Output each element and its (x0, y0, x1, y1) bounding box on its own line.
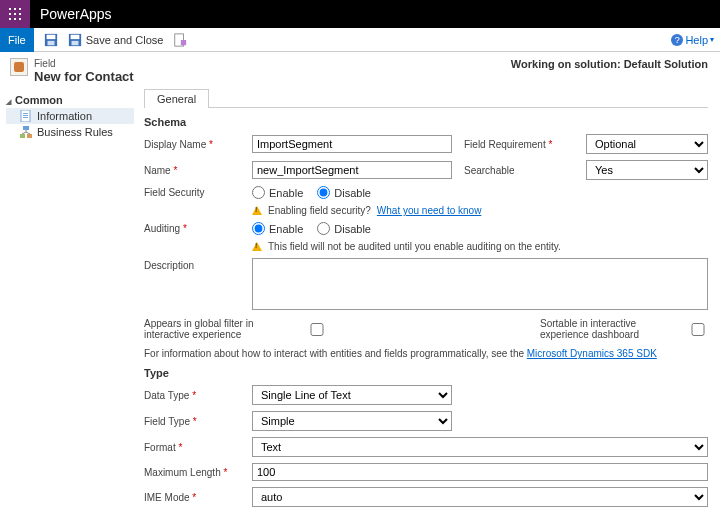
auditing-enable[interactable]: Enable (252, 222, 303, 235)
label-display-name: Display Name (144, 139, 240, 150)
sidebar: Common Information Business Rules (0, 88, 140, 510)
auditing-disable[interactable]: Disable (317, 222, 371, 235)
ime-mode-select[interactable]: auto (252, 487, 708, 507)
svg-rect-13 (70, 34, 79, 38)
svg-line-26 (26, 132, 30, 134)
field-security-enable[interactable]: Enable (252, 186, 303, 199)
sidebar-item-information[interactable]: Information (6, 108, 134, 124)
svg-rect-2 (19, 8, 21, 10)
solution-label: Working on solution: Default Solution (511, 58, 708, 70)
sidebar-item-business-rules[interactable]: Business Rules (6, 124, 134, 140)
file-tab[interactable]: File (0, 28, 34, 52)
label-name: Name (144, 165, 240, 176)
data-type-select[interactable]: Single Line of Text (252, 385, 452, 405)
label-field-requirement: Field Requirement (464, 139, 574, 150)
rules-icon (20, 126, 32, 138)
field-security-link[interactable]: What you need to know (377, 205, 482, 216)
save-and-close-button[interactable]: Save and Close (68, 33, 164, 47)
label-max-length: Maximum Length (144, 467, 240, 478)
label-ime-mode: IME Mode (144, 492, 240, 503)
label-field-security: Field Security (144, 187, 240, 198)
document-icon (20, 110, 32, 122)
sidebar-group-common[interactable]: Common (6, 92, 134, 108)
warning-icon (252, 242, 262, 251)
searchable-select[interactable]: Yes (586, 160, 708, 180)
waffle-icon (9, 8, 21, 20)
svg-rect-18 (23, 113, 28, 114)
svg-rect-23 (27, 134, 32, 138)
auditing-warning: This field will not be audited until you… (268, 241, 561, 252)
label-auditing: Auditing (144, 223, 240, 234)
svg-rect-14 (71, 40, 78, 44)
save-button[interactable] (44, 33, 58, 47)
page-icon (173, 33, 187, 47)
sortable-dashboard-checkbox[interactable] (688, 323, 708, 336)
max-length-input[interactable] (252, 463, 708, 481)
sdk-info: For information about how to interact wi… (144, 348, 708, 359)
entity-icon (10, 58, 28, 76)
label-description: Description (144, 258, 240, 271)
field-requirement-select[interactable]: Optional (586, 134, 708, 154)
svg-rect-0 (9, 8, 11, 10)
warning-icon (252, 206, 262, 215)
main-panel: General Schema Display Name Field Requir… (140, 88, 720, 510)
svg-rect-1 (14, 8, 16, 10)
help-icon: ? (671, 34, 683, 46)
svg-line-25 (22, 132, 26, 134)
svg-rect-20 (23, 117, 28, 118)
name-input[interactable] (252, 161, 452, 179)
field-type-select[interactable]: Simple (252, 411, 452, 431)
field-security-warning: Enabling field security? (268, 205, 371, 216)
top-bar: PowerApps (0, 0, 720, 28)
help-label: Help (685, 34, 708, 46)
svg-rect-6 (9, 18, 11, 20)
sdk-link[interactable]: Microsoft Dynamics 365 SDK (527, 348, 657, 359)
entity-type-label: Field (34, 58, 134, 69)
page-header: Field New for Contact Working on solutio… (0, 52, 720, 88)
label-appears-filter: Appears in global filter in interactive … (144, 318, 299, 340)
svg-rect-3 (9, 13, 11, 15)
tab-general[interactable]: General (144, 89, 209, 108)
section-schema: Schema (144, 116, 708, 128)
format-select[interactable]: Text (252, 437, 708, 457)
brand-label: PowerApps (30, 0, 112, 28)
svg-rect-7 (14, 18, 16, 20)
properties-button[interactable] (173, 33, 187, 47)
svg-rect-22 (20, 134, 25, 138)
help-menu[interactable]: ? Help ▾ (671, 34, 714, 46)
svg-rect-21 (23, 126, 29, 130)
label-data-type: Data Type (144, 390, 240, 401)
page-title: New for Contact (34, 69, 134, 84)
svg-rect-10 (46, 34, 55, 38)
floppy-close-icon (68, 33, 82, 47)
field-security-disable[interactable]: Disable (317, 186, 371, 199)
appears-filter-checkbox[interactable] (307, 323, 327, 336)
floppy-icon (44, 33, 58, 47)
label-format: Format (144, 442, 240, 453)
chevron-down-icon: ▾ (710, 35, 714, 44)
sidebar-item-label: Information (37, 110, 92, 122)
command-bar: File Save and Close ? Help ▾ (0, 28, 720, 52)
label-sortable-dashboard: Sortable in interactive experience dashb… (540, 318, 680, 340)
description-textarea[interactable] (252, 258, 708, 310)
sidebar-item-label: Business Rules (37, 126, 113, 138)
label-field-type: Field Type (144, 416, 240, 427)
tab-row: General (144, 88, 708, 108)
svg-rect-19 (23, 115, 28, 116)
svg-rect-16 (181, 40, 186, 45)
app-launcher-button[interactable] (0, 0, 30, 28)
svg-rect-11 (47, 40, 54, 44)
svg-rect-4 (14, 13, 16, 15)
svg-rect-8 (19, 18, 21, 20)
label-searchable: Searchable (464, 165, 574, 176)
svg-rect-5 (19, 13, 21, 15)
save-and-close-label: Save and Close (86, 34, 164, 46)
section-type: Type (144, 367, 708, 379)
display-name-input[interactable] (252, 135, 452, 153)
